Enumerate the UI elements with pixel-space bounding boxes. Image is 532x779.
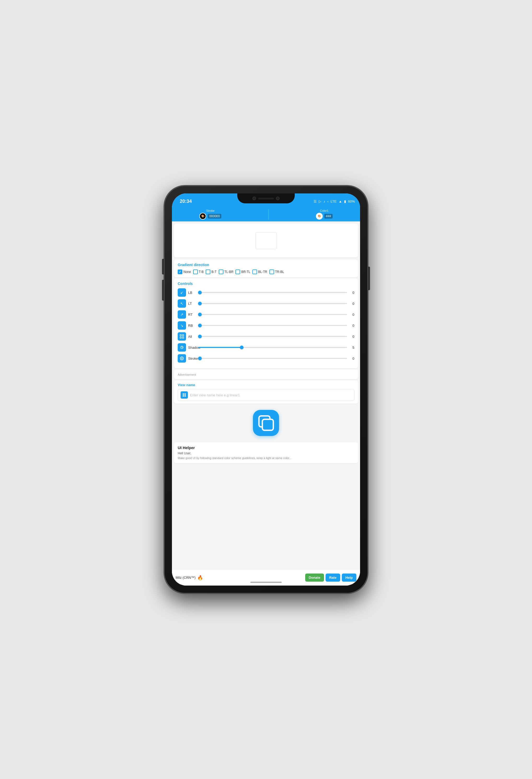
signal-icon: ▲ (339, 199, 342, 203)
all-icon-btn[interactable] (178, 332, 186, 341)
app-logo-icon (258, 415, 275, 432)
ui-helper-title: UI Helper (178, 445, 354, 450)
earpiece-speaker (258, 198, 274, 199)
lb-slider-thumb[interactable] (198, 291, 202, 294)
shadow-slider-thumb[interactable] (240, 346, 244, 349)
shadow-slider-fill (198, 347, 243, 348)
rb-slider[interactable] (198, 325, 347, 326)
stroke-value: 🎨 000000 (199, 213, 221, 220)
bottom-buttons: Donate Rate Help (305, 574, 356, 582)
shadow-icon-btn[interactable] (178, 343, 186, 352)
app-icon (253, 410, 279, 436)
grad-checkbox-bt[interactable] (206, 269, 210, 274)
network-label: LTE (331, 199, 337, 203)
rt-slider-thumb[interactable] (198, 313, 202, 316)
ui-helper-description: Make good UI by following standard color… (178, 456, 354, 460)
color1-circle[interactable]: 🎨 (316, 213, 323, 220)
donate-button[interactable]: Donate (305, 574, 324, 582)
help-button[interactable]: Help (342, 574, 356, 582)
gradient-options: None T-B B-T TL-BR (178, 269, 354, 274)
grad-option-brtl[interactable]: BR-TL (236, 269, 250, 274)
gradient-section: Gradient direction None T-B B-T (174, 259, 358, 277)
lt-icon-btn[interactable]: ↖ (178, 299, 186, 308)
rt-icon-btn[interactable]: ↗ (178, 310, 186, 319)
rate-button[interactable]: Rate (326, 574, 340, 582)
shadow-label: Shadow (188, 346, 196, 350)
preview-box (256, 232, 276, 249)
stroke-slider[interactable] (198, 358, 347, 359)
all-slider-thumb[interactable] (198, 335, 202, 338)
control-rb: ↘ RB 0 (178, 321, 354, 329)
sensor-dot (276, 196, 280, 200)
grad-checkbox-bltr[interactable] (252, 269, 257, 274)
view-icon (181, 391, 188, 399)
front-camera (252, 196, 256, 200)
rt-slider[interactable] (198, 314, 347, 315)
volume-down-button[interactable] (162, 280, 164, 301)
ui-helper-section: UI Helper Hell User, Make good UI by fol… (174, 442, 358, 463)
grad-checkbox-tlbr[interactable] (219, 269, 223, 274)
grad-label-bltr: BL-TR (258, 270, 267, 274)
lt-icon: ↖ (180, 301, 184, 306)
toolbar-divider (268, 209, 269, 220)
stroke-section[interactable]: Stroke 🎨 000000 (199, 209, 221, 220)
grad-option-tb[interactable]: T-B (193, 269, 204, 274)
lb-slider[interactable] (198, 292, 347, 293)
color1-section[interactable]: Color1 🎨 ### (316, 209, 333, 220)
stroke-ctrl-icon-btn[interactable] (178, 354, 186, 363)
stroke-color-circle[interactable]: 🎨 (199, 213, 206, 220)
status-time: 20:34 (180, 199, 192, 204)
notification-icon: ☰ (314, 199, 317, 203)
grad-option-none[interactable]: None (178, 269, 191, 274)
control-rt: ↗ RT 0 (178, 310, 354, 319)
svg-rect-0 (180, 335, 181, 336)
control-lb: ↙ LB 0 (178, 288, 354, 297)
all-slider[interactable] (198, 336, 347, 337)
home-indicator (250, 582, 282, 583)
control-shadow: Shadow 5 (178, 343, 354, 352)
grad-option-tlbr[interactable]: TL-BR (219, 269, 234, 274)
grad-checkbox-tb[interactable] (193, 269, 198, 274)
grad-label-bt: B-T (211, 270, 216, 274)
rb-slider-thumb[interactable] (198, 323, 202, 327)
grid-icon (182, 393, 186, 397)
rb-icon-btn[interactable]: ↘ (178, 321, 186, 329)
content-area[interactable]: Gradient direction None T-B B-T (172, 222, 360, 586)
author-name: Milz (CRN™) (176, 576, 196, 580)
fire-icon: 🔥 (197, 575, 203, 581)
grad-label-tlbr: TL-BR (224, 270, 234, 274)
svg-rect-10 (185, 395, 186, 397)
shadow-value: 5 (349, 346, 354, 350)
svg-rect-8 (185, 394, 186, 395)
power-button[interactable] (368, 266, 370, 290)
grad-checkbox-trbl[interactable] (269, 269, 274, 274)
control-all: All 0 (178, 332, 354, 341)
grad-label-tb: T-B (199, 270, 204, 274)
volume-up-button[interactable] (162, 259, 164, 275)
view-name-input-row[interactable]: Enter view name here e.g linear1 (178, 389, 354, 401)
grad-option-trbl[interactable]: TR-BL (269, 269, 284, 274)
control-stroke: Stroke 0 (178, 354, 354, 363)
view-name-placeholder: Enter view name here e.g linear1 (190, 393, 240, 397)
lt-slider-thumb[interactable] (198, 302, 202, 305)
lt-slider[interactable] (198, 303, 347, 304)
lt-label: LT (188, 302, 196, 306)
page-wrapper: 20:34 ☰ ▷ ♪ ‹ LTE ▲ ▮ 60% Stroke (0, 0, 532, 779)
rt-icon: ↗ (180, 312, 184, 316)
shadow-slider[interactable] (198, 347, 347, 348)
svg-rect-1 (182, 335, 184, 336)
stroke-slider-thumb[interactable] (198, 357, 202, 360)
battery-icon: ▮ (344, 199, 346, 203)
rb-label: RB (188, 323, 196, 327)
svg-rect-12 (262, 419, 273, 430)
grad-checkbox-none[interactable] (178, 269, 182, 274)
rb-icon: ↘ (180, 323, 184, 327)
battery-label: 60% (348, 199, 355, 203)
lb-icon-btn[interactable]: ↙ (178, 288, 186, 297)
grad-checkbox-brtl[interactable] (236, 269, 240, 274)
control-lt: ↖ LT 0 (178, 299, 354, 308)
grad-option-bltr[interactable]: BL-TR (252, 269, 267, 274)
rt-value: 0 (349, 313, 354, 316)
svg-rect-9 (183, 395, 184, 397)
grad-option-bt[interactable]: B-T (206, 269, 216, 274)
